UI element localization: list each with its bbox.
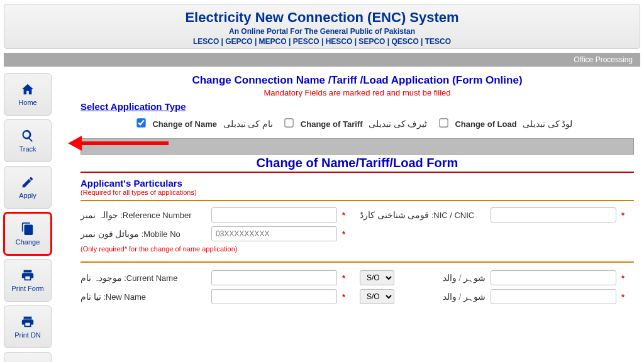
current-relation-wrap: S/O شوہر / والد <box>360 270 486 285</box>
select-app-type-heading: Select Application Type <box>80 101 634 112</box>
copy-icon <box>21 222 35 236</box>
reference-number-input[interactable] <box>211 207 337 222</box>
page-title: Change Connection Name /Tariff /Load App… <box>80 74 634 87</box>
sidebar-print-form[interactable]: Print Form <box>4 259 52 302</box>
sidebar-print-dn[interactable]: Print DN <box>4 305 52 348</box>
new-name-input[interactable] <box>211 289 337 304</box>
change-of-load-checkbox[interactable] <box>439 118 448 127</box>
current-relation-select[interactable]: S/O <box>360 270 394 285</box>
grey-bar <box>80 138 634 155</box>
form-grid: حوالہ نمبر :Reference Number * قومی شناخ… <box>80 207 634 304</box>
sidebar-label: Print Form <box>11 285 43 292</box>
print-icon <box>21 268 35 282</box>
sidebar-home[interactable]: Home <box>4 73 52 116</box>
sidebar-label: Home <box>18 99 36 106</box>
sidebar-label: Track <box>19 145 36 153</box>
header-companies: LESCO | GEPCO | MEPCO | PESCO | HESCO | … <box>4 37 640 46</box>
change-of-name-checkbox[interactable] <box>136 118 145 127</box>
sidebar-label: Print DN <box>14 331 41 339</box>
nic-label: قومی شناختی کارڈ :NIC / CNIC <box>360 210 486 221</box>
divider <box>80 200 634 201</box>
sidebar-apply[interactable]: Apply <box>4 166 52 209</box>
home-icon <box>21 82 35 96</box>
top-menu-bar: Office Processing <box>4 53 640 67</box>
print-icon <box>21 315 35 329</box>
current-name-input[interactable] <box>211 270 337 285</box>
new-relation-wrap: S/O شوہر / والد <box>360 289 486 304</box>
relation-urdu: شوہر / والد <box>399 292 486 302</box>
change-of-load-label: Change of Load <box>455 119 516 129</box>
divider <box>80 261 634 263</box>
required-star: * <box>342 273 355 283</box>
app-header: Electricity New Connection (ENC) System … <box>4 4 640 49</box>
nic-input[interactable] <box>491 207 616 222</box>
reference-number-label: حوالہ نمبر :Reference Number <box>80 210 206 221</box>
new-relation-select[interactable]: S/O <box>360 289 394 304</box>
main-content: Change Connection Name /Tariff /Load App… <box>70 70 640 362</box>
application-type-row: Change of Name نام کی تبدیلی Change of T… <box>80 117 634 129</box>
current-relation-name-input[interactable] <box>491 270 616 285</box>
form-title: Change of Name/Tariff/Load Form <box>80 156 634 173</box>
required-star: * <box>621 273 634 283</box>
current-name-label: موجودہ نام :Current Name <box>80 273 206 283</box>
required-star: * <box>621 292 634 302</box>
office-processing-menu[interactable]: Office Processing <box>574 55 633 64</box>
required-star: * <box>342 292 355 302</box>
mandatory-note: Mandatory Fields are marked red and must… <box>80 88 634 97</box>
new-relation-name-input[interactable] <box>491 289 616 304</box>
change-of-tariff-urdu: ٹیرف کی تبدیلی <box>369 119 427 129</box>
new-name-label: نیا نام :New Name <box>80 292 206 302</box>
mobile-input[interactable] <box>211 226 337 241</box>
relation-urdu: شوہر / والد <box>399 273 486 283</box>
change-of-name-label: Change of Name <box>152 119 217 129</box>
change-of-name-urdu: نام کی تبدیلی <box>223 119 273 129</box>
mobile-label: موبائل فون نمبر :Mobile No <box>80 229 206 239</box>
required-star: * <box>621 211 634 220</box>
search-icon <box>21 129 35 143</box>
required-note: (Required for all types of applications) <box>80 189 634 196</box>
sidebar: Home Track Apply Change Print Form Print… <box>4 70 70 362</box>
change-of-load-urdu: لوڈ کی تبدیلی <box>523 119 572 129</box>
sidebar-label: Apply <box>19 192 36 199</box>
sidebar-label: Change <box>16 238 40 246</box>
sidebar-change[interactable]: Change <box>4 212 52 255</box>
header-subtitle: An Online Portal For The General Public … <box>4 27 640 36</box>
name-change-note: (Only required* for the change of name a… <box>80 245 634 253</box>
required-star: * <box>342 211 355 220</box>
change-of-tariff-checkbox[interactable] <box>285 118 294 127</box>
edit-icon <box>21 175 35 189</box>
applicant-particulars-heading: Applicant's Particulars <box>80 178 634 189</box>
sidebar-track[interactable]: Track <box>4 119 52 162</box>
change-of-tariff-label: Change of Tariff <box>301 119 363 129</box>
header-title: Electricity New Connection (ENC) System <box>4 9 640 26</box>
sidebar-pay-dn[interactable]: Pay DN <box>4 352 52 362</box>
required-star: * <box>342 229 355 239</box>
